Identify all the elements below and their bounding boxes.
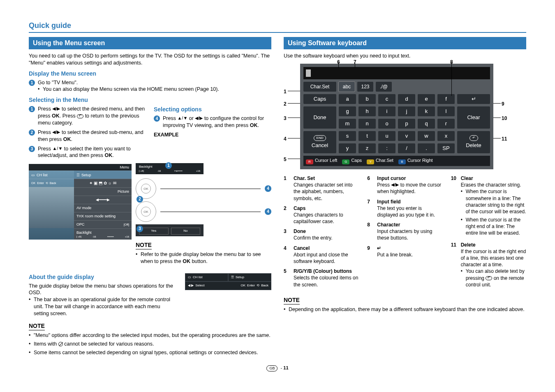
remote-dpad-icon: OK	[136, 201, 156, 222]
guide-bar-mock: ▭CH list ☰Setup ◀ ▶Select OKEnter ⟲Back	[185, 273, 271, 291]
av-mode-row: AV mode	[74, 204, 132, 212]
key-k[interactable]: k	[418, 106, 435, 116]
input-field[interactable]	[303, 67, 490, 79]
green-button-icon: G	[342, 159, 349, 164]
key-l[interactable]: l	[437, 106, 455, 116]
colour-strip: RCursor Left GCaps YChar.Set BCursor Rig…	[303, 156, 490, 166]
key-g[interactable]: g	[339, 106, 356, 116]
def-delete-title: Delete	[461, 242, 526, 248]
note-item-3: Some items cannot be selected depending …	[29, 349, 271, 356]
sel-step-1: 1 Press ◀/▶ to select the desired menu, …	[29, 106, 146, 127]
def-charset-title: Char. Set	[294, 175, 359, 182]
delete-button[interactable]: ↶ Delete	[457, 131, 490, 153]
opc-row: OPC[Off]	[74, 220, 132, 228]
key-colon[interactable]: :	[378, 143, 395, 153]
end-icon: END	[314, 135, 326, 141]
callout-4: 4	[284, 136, 287, 142]
key-h[interactable]: h	[358, 106, 376, 116]
backlight-row: Backlight [ +8]-16━━━━+16	[74, 228, 132, 240]
key-d[interactable]: d	[398, 94, 415, 104]
def-colour-title: R/G/Y/B (Colour) buttons	[294, 268, 359, 274]
def-done-title: Done	[294, 228, 332, 235]
yellow-button-icon: Y	[367, 159, 374, 164]
page-number: 11	[283, 365, 288, 370]
sym-tab[interactable]: ./@	[376, 82, 392, 92]
done-button[interactable]: Done	[303, 106, 336, 129]
key-q[interactable]: q	[418, 119, 435, 129]
abc-tab[interactable]: abc	[339, 82, 355, 92]
forbidden-icon	[58, 342, 63, 346]
thx-row: THX room mode setting	[74, 212, 132, 220]
key-i[interactable]: i	[378, 106, 395, 116]
sel-step-2: 2 Press ◀/▶ to select the desired sub-me…	[29, 129, 146, 143]
key-slash[interactable]: /	[398, 143, 415, 153]
clear-button[interactable]: Clear	[457, 106, 490, 129]
key-t[interactable]: t	[358, 131, 376, 141]
left-right-arrow-icon: ◀/▶	[52, 106, 60, 112]
key-f[interactable]: f	[437, 94, 455, 104]
badge-2: 2	[29, 129, 35, 136]
key-z[interactable]: z	[358, 143, 376, 153]
sel-step-4: 4 Press ▲/▼ or ◀/▶ to configure the cont…	[154, 115, 271, 129]
badge-4: 4	[154, 115, 160, 122]
about-guide-heading: About the guide display	[29, 273, 175, 281]
key-e[interactable]: e	[418, 94, 435, 104]
enter-button[interactable]: ↵	[457, 94, 490, 104]
quick-guide-title: Quick guide	[29, 21, 526, 33]
key-r[interactable]: r	[437, 119, 455, 129]
step-1-text: Go to "TV Menu".	[38, 80, 78, 85]
callout-2: 2	[284, 101, 287, 107]
key-u[interactable]: u	[378, 131, 395, 141]
key-m[interactable]: m	[339, 119, 356, 129]
right-note-body: Depending on the application, there may …	[284, 306, 526, 313]
badge-1b: 1	[29, 106, 35, 112]
yes-no-box: Yes No	[136, 224, 204, 236]
note-label-2: NOTE	[29, 322, 45, 330]
key-b[interactable]: b	[358, 94, 376, 104]
key-c[interactable]: c	[378, 94, 395, 104]
page-footer: GB - 11	[29, 365, 526, 371]
callout-3: 3	[284, 115, 287, 122]
software-kbd-title: Using Software keyboard	[284, 37, 526, 49]
callout-4b-icon: 4	[265, 208, 271, 215]
left-right-arrow-icon: ◀/▶	[391, 182, 399, 188]
input-cursor-icon	[306, 69, 311, 77]
callout-10: 10	[502, 115, 507, 122]
123-tab[interactable]: 123	[357, 82, 373, 92]
key-j[interactable]: j	[398, 106, 415, 116]
key-p[interactable]: p	[398, 119, 415, 129]
key-a[interactable]: a	[339, 94, 356, 104]
callout-11: 11	[502, 136, 507, 142]
key-v[interactable]: v	[398, 131, 415, 141]
callout-1: 1	[284, 88, 287, 95]
yes-button: Yes	[139, 228, 169, 235]
caps-button[interactable]: Caps	[303, 94, 336, 104]
key-n[interactable]: n	[358, 119, 376, 129]
step-1: 1 Go to "TV Menu". You can also display …	[29, 79, 271, 93]
red-button-icon: R	[306, 159, 313, 164]
charset-tab[interactable]: Char.Set	[303, 82, 336, 92]
about-body: The guide display below the menu bar sho…	[29, 283, 175, 297]
ch-list-row: ▭CH list	[29, 171, 74, 179]
intro-text: You need to call up the OSD to perform s…	[29, 53, 271, 67]
key-x[interactable]: x	[437, 131, 455, 141]
def-enter-title: ↵	[377, 245, 413, 251]
callout-4a-icon: 4	[265, 185, 271, 192]
badge-3: 3	[29, 146, 35, 152]
key-dot[interactable]: .	[418, 143, 435, 153]
key-y[interactable]: y	[339, 143, 356, 153]
tv-menu-mock: Menu ▭CH list OKEnter ⟲Back ☰Setup ✦ ▣ ⬒…	[29, 164, 132, 240]
key-s[interactable]: s	[339, 131, 356, 141]
note-ref: Refer to the guide display below the men…	[136, 251, 271, 265]
left-right-arrow-icon: ◀/▶	[195, 115, 203, 121]
left-right-arrow-icon: ◀/▶	[52, 129, 60, 135]
cancel-button[interactable]: END Cancel	[303, 131, 336, 153]
note-label-3: NOTE	[284, 296, 300, 304]
using-menu-title: Using the Menu screen	[29, 37, 271, 49]
key-w[interactable]: w	[418, 131, 435, 141]
gb-badge: GB	[266, 365, 278, 371]
key-o[interactable]: o	[378, 119, 395, 129]
def-clear-title: Clear	[461, 175, 526, 182]
note-item-1: "Menu" options differ according to the s…	[29, 332, 271, 339]
key-space[interactable]: SP	[437, 143, 455, 153]
